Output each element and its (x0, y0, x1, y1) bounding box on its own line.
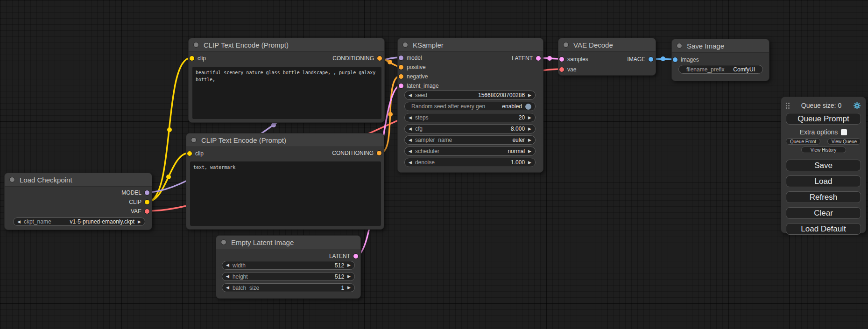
clip-port-dot[interactable] (190, 56, 194, 61)
increment-arrow-icon[interactable]: ▶ (528, 93, 531, 98)
output-conditioning: CONDITIONING (332, 54, 382, 63)
sampler-name-widget[interactable]: ◀ sampler_name euler ▶ (404, 135, 536, 145)
collapse-dot-icon[interactable] (194, 42, 198, 47)
image-port-dot[interactable] (649, 57, 653, 62)
toggle-enabled-icon[interactable] (525, 104, 531, 110)
decrement-arrow-icon[interactable]: ◀ (409, 138, 412, 142)
load-button[interactable]: Load (786, 175, 861, 187)
scheduler-widget[interactable]: ◀ scheduler normal ▶ (404, 147, 536, 156)
node-clip-text-encode-positive: CLIP Text Encode (Prompt) clip CONDITION… (188, 38, 385, 123)
output-label: LATENT (512, 55, 533, 62)
increment-arrow-icon[interactable]: ▶ (528, 116, 531, 120)
decrement-arrow-icon[interactable]: ◀ (409, 127, 412, 131)
decrement-arrow-icon[interactable]: ◀ (226, 263, 229, 267)
link-midpoint-dot[interactable] (166, 175, 171, 179)
link-midpoint-dot[interactable] (167, 127, 172, 132)
decrement-arrow-icon[interactable]: ◀ (409, 149, 412, 154)
increment-arrow-icon[interactable]: ▶ (528, 161, 531, 165)
node-titlebar[interactable]: Save Image (672, 39, 769, 53)
conditioning-port-dot[interactable] (399, 74, 403, 79)
conditioning-port-dot[interactable] (377, 151, 381, 155)
node-titlebar[interactable]: KSampler (398, 38, 543, 52)
filename-prefix-widget[interactable]: filename_prefix ComfyUI (678, 65, 763, 74)
random-seed-toggle-widget[interactable]: Random seed after every gen enabled (404, 102, 536, 111)
load-default-button[interactable]: Load Default (786, 223, 861, 235)
widget-label: height (233, 273, 248, 280)
widget-value: normal (508, 148, 525, 154)
increment-arrow-icon[interactable]: ▶ (347, 286, 351, 290)
clip-port-dot[interactable] (145, 200, 149, 204)
gear-icon[interactable] (853, 102, 861, 110)
link-midpoint-dot[interactable] (547, 56, 552, 61)
collapse-dot-icon[interactable] (191, 138, 196, 142)
decrement-arrow-icon[interactable]: ◀ (409, 93, 412, 98)
node-titlebar[interactable]: CLIP Text Encode (Prompt) (189, 38, 384, 52)
collapse-dot-icon[interactable] (10, 177, 14, 182)
view-queue-button[interactable]: View Queue (827, 138, 861, 145)
decrement-arrow-icon[interactable]: ◀ (226, 286, 229, 290)
latent-port-dot[interactable] (353, 254, 358, 259)
clip-port-dot[interactable] (187, 151, 192, 156)
conditioning-port-dot[interactable] (399, 65, 403, 70)
node-titlebar[interactable]: CLIP Text Encode (Prompt) (186, 133, 384, 147)
node-title: KSampler (413, 41, 444, 49)
denoise-widget[interactable]: ◀ denoise 1.000 ▶ (404, 158, 536, 167)
increment-arrow-icon[interactable]: ▶ (528, 127, 531, 131)
batch-size-widget[interactable]: ◀ batch_size 1 ▶ (222, 283, 355, 292)
increment-arrow-icon[interactable]: ▶ (347, 274, 351, 279)
latent-port-dot[interactable] (559, 57, 564, 62)
seed-widget[interactable]: ◀ seed 156680208700286 ▶ (404, 91, 536, 100)
node-clip-text-encode-negative: CLIP Text Encode (Prompt) clip CONDITION… (186, 133, 384, 230)
vae-port-dot[interactable] (559, 67, 564, 72)
steps-widget[interactable]: ◀ steps 20 ▶ (404, 113, 536, 122)
node-graph-canvas[interactable]: Load Checkpoint MODEL CLIP VAE ◀ ckpt_na… (0, 0, 868, 329)
model-port-dot[interactable] (145, 190, 149, 195)
decrement-arrow-icon[interactable]: ◀ (17, 220, 21, 224)
queue-prompt-button[interactable]: Queue Prompt (786, 113, 861, 125)
input-samples: samples (559, 55, 588, 64)
view-history-button[interactable]: View History (801, 147, 846, 153)
link-midpoint-dot[interactable] (271, 123, 276, 127)
collapse-dot-icon[interactable] (221, 240, 226, 245)
latent-port-dot[interactable] (399, 84, 403, 88)
width-widget[interactable]: ◀ width 512 ▶ (222, 261, 355, 270)
negative-prompt-textarea[interactable]: text, watermark (190, 161, 381, 226)
node-titlebar[interactable]: Load Checkpoint (5, 173, 152, 187)
extra-options-checkbox[interactable] (841, 129, 847, 135)
decrement-arrow-icon[interactable]: ◀ (409, 116, 412, 120)
vae-port-dot[interactable] (145, 209, 149, 214)
refresh-button[interactable]: Refresh (786, 191, 861, 203)
collapse-dot-icon[interactable] (403, 42, 408, 47)
queue-front-button[interactable]: Queue Front (786, 138, 820, 145)
conditioning-port-dot[interactable] (377, 56, 382, 61)
collapse-dot-icon[interactable] (677, 43, 682, 48)
positive-prompt-textarea[interactable]: beautiful scenery nature glass bottle la… (192, 67, 381, 119)
node-titlebar[interactable]: VAE Decode (558, 38, 656, 52)
decrement-arrow-icon[interactable]: ◀ (226, 274, 229, 279)
input-negative: negative (399, 72, 428, 81)
output-label: LATENT (329, 253, 350, 259)
link-midpoint-dot[interactable] (388, 60, 392, 64)
link-midpoint-dot[interactable] (388, 112, 393, 117)
link-midpoint-dot[interactable] (661, 56, 665, 61)
increment-arrow-icon[interactable]: ▶ (528, 138, 531, 142)
ckpt-name-widget[interactable]: ◀ ckpt_name v1-5-pruned-emaonly.ckpt ▶ (13, 217, 145, 226)
drag-handle-icon[interactable] (786, 103, 790, 109)
cfg-widget[interactable]: ◀ cfg 8.000 ▶ (404, 124, 536, 133)
node-title: Save Image (687, 42, 724, 50)
output-label: IMAGE (627, 56, 645, 63)
queue-size-label: Queue size: 0 (790, 102, 853, 109)
save-button[interactable]: Save (786, 160, 861, 171)
height-widget[interactable]: ◀ height 512 ▶ (222, 272, 355, 281)
image-port-dot[interactable] (673, 57, 677, 62)
clear-button[interactable]: Clear (786, 207, 861, 219)
node-titlebar[interactable]: Empty Latent Image (216, 236, 360, 249)
decrement-arrow-icon[interactable]: ◀ (409, 161, 412, 165)
increment-arrow-icon[interactable]: ▶ (138, 220, 141, 224)
collapse-dot-icon[interactable] (564, 42, 568, 47)
increment-arrow-icon[interactable]: ▶ (528, 149, 531, 154)
model-port-dot[interactable] (399, 56, 403, 60)
node-title: CLIP Text Encode (Prompt) (204, 41, 289, 49)
increment-arrow-icon[interactable]: ▶ (347, 263, 351, 267)
latent-port-dot[interactable] (536, 56, 541, 61)
